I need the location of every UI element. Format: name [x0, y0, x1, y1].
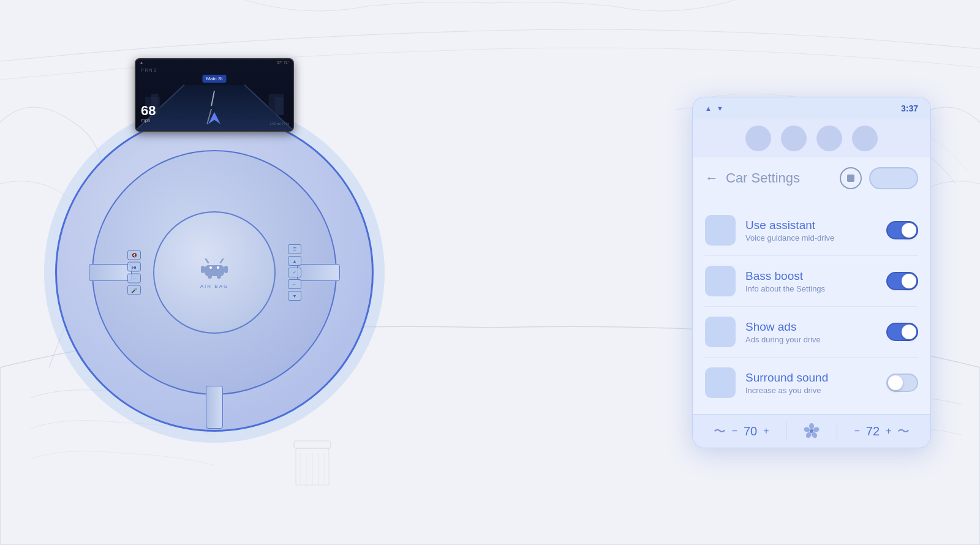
show-ads-toggle[interactable]: [886, 323, 918, 341]
climate-left-plus[interactable]: +: [763, 426, 769, 437]
surround-sound-toggle-knob: [888, 375, 903, 390]
use-assistant-title: Use assistant: [745, 219, 876, 232]
svg-rect-25: [217, 275, 221, 279]
signal-icon: ▲: [705, 105, 712, 112]
surround-sound-toggle[interactable]: [886, 374, 918, 392]
status-indicators: ▲ ▼: [705, 105, 723, 112]
svg-point-21: [217, 266, 219, 269]
stop-button[interactable]: [840, 167, 862, 189]
bass-boost-toggle[interactable]: [886, 272, 918, 290]
panel-dot-3: [816, 126, 842, 151]
vol-down-btn[interactable]: −: [127, 274, 141, 284]
climate-left-minus[interactable]: −: [732, 426, 737, 437]
nav-screen: ▲ 57° 71° P R N D Main St: [135, 58, 294, 132]
setting-item-use-assistant: Use assistant Voice guidance mid-drive: [705, 205, 918, 256]
panel-dots-row: [693, 119, 930, 157]
climate-divider-2: [837, 422, 837, 440]
nav-speed-unit: mph: [141, 118, 156, 123]
use-assistant-toggle-knob: [902, 223, 916, 238]
surround-sound-icon: [705, 367, 736, 398]
stop-icon: [847, 175, 854, 182]
climate-bar: 〜 − 70 +: [693, 414, 930, 448]
panel-dot-1: [745, 126, 771, 151]
back-button[interactable]: ←: [705, 170, 718, 186]
climate-right-plus[interactable]: +: [886, 426, 891, 437]
climate-right: − 72 + 〜: [854, 423, 910, 440]
heat-seat-left-icon: 〜: [714, 423, 726, 440]
wheel-hub: AIR BAG: [153, 211, 276, 334]
nav-status-bar: ▲ 57° 71°: [136, 59, 293, 66]
show-ads-toggle-knob: [902, 325, 916, 339]
climate-right-value: 72: [866, 424, 880, 438]
mute-btn[interactable]: 🔇: [127, 250, 141, 260]
airbag-label: AIR BAG: [200, 284, 228, 289]
show-ads-text: Show ads Ads during your drive: [745, 320, 876, 344]
wifi-icon: ▼: [717, 105, 723, 112]
svg-rect-23: [224, 266, 228, 273]
panel-dot-4: [852, 126, 878, 151]
bass-boost-icon: [705, 266, 736, 296]
nav-speed: 68: [141, 103, 156, 118]
svg-rect-16: [274, 97, 284, 115]
right-controls: ☰ ▲ ✓ ← ▼: [288, 244, 301, 301]
nav-street-label: Main St: [202, 75, 226, 83]
surround-sound-title: Surround sound: [745, 371, 876, 385]
bass-boost-title: Bass boost: [745, 269, 876, 283]
bass-boost-text: Bass boost Info about the Settings: [745, 269, 876, 293]
svg-line-18: [206, 259, 208, 263]
use-assistant-desc: Voice guidance mid-drive: [745, 233, 876, 242]
settings-list: Use assistant Voice guidance mid-drive B…: [693, 199, 930, 414]
panel-status-bar: ▲ ▼ 3:37: [693, 97, 930, 119]
spoke-bottom: [206, 386, 223, 429]
spoke-right: ☰ ▲ ✓ ← ▼: [297, 264, 340, 281]
up-btn[interactable]: ▲: [288, 256, 301, 266]
status-time: 3:37: [901, 103, 918, 113]
setting-item-bass-boost: Bass boost Info about the Settings: [705, 256, 918, 307]
surround-sound-desc: Increase as you drive: [745, 386, 876, 395]
svg-rect-22: [201, 266, 205, 273]
svg-line-19: [221, 259, 223, 263]
placeholder-button[interactable]: [869, 167, 918, 189]
svg-point-20: [209, 266, 212, 269]
panel-header: ← Car Settings: [693, 157, 930, 199]
setting-item-surround-sound: Surround sound Increase as you drive: [705, 358, 918, 408]
nav-temp: 57° 71°: [277, 61, 289, 64]
show-ads-title: Show ads: [745, 320, 876, 334]
svg-rect-17: [205, 265, 224, 276]
menu-btn[interactable]: ☰: [288, 244, 301, 254]
use-assistant-text: Use assistant Voice guidance mid-drive: [745, 219, 876, 242]
main-container: ▲ 57° 71° P R N D Main St: [0, 0, 980, 545]
show-ads-icon: [705, 317, 736, 347]
climate-divider-1: [786, 422, 786, 440]
bass-boost-desc: Info about the Settings: [745, 284, 876, 293]
ok-btn[interactable]: ✓: [288, 268, 301, 277]
spoke-left: 🔇 ⏮ − 🎤: [89, 264, 132, 281]
svg-point-26: [810, 429, 813, 433]
climate-left: 〜 − 70 +: [714, 423, 769, 440]
bass-boost-toggle-knob: [902, 274, 916, 288]
steering-wheel-section: ▲ 57° 71° P R N D Main St: [49, 77, 380, 468]
setting-item-show-ads: Show ads Ads during your drive: [705, 307, 918, 358]
nav-gear: P R N D: [141, 68, 157, 72]
svg-rect-24: [208, 275, 212, 279]
climate-fan: [803, 423, 820, 440]
climate-right-minus[interactable]: −: [854, 426, 859, 437]
show-ads-desc: Ads during your drive: [745, 335, 876, 344]
left-controls: 🔇 ⏮ − 🎤: [127, 250, 141, 295]
panel-dot-2: [781, 126, 807, 151]
use-assistant-toggle[interactable]: [886, 221, 918, 239]
back-wheel-btn[interactable]: ←: [288, 279, 301, 289]
android-logo: [200, 257, 229, 279]
back-arrow-icon: ←: [705, 170, 718, 186]
svg-point-27: [809, 423, 814, 429]
nav-signal: ▲: [140, 61, 143, 64]
prev-track-btn[interactable]: ⏮: [127, 262, 141, 272]
settings-panel: ▲ ▼ 3:37 ← Car Settings: [692, 97, 931, 448]
use-assistant-icon: [705, 215, 736, 246]
down-btn[interactable]: ▼: [288, 291, 301, 301]
mic-btn[interactable]: 🎤: [127, 285, 141, 295]
fan-icon: [803, 423, 820, 440]
panel-title: Car Settings: [726, 170, 832, 186]
heat-seat-right-icon: 〜: [897, 423, 910, 440]
surround-sound-text: Surround sound Increase as you drive: [745, 371, 876, 395]
